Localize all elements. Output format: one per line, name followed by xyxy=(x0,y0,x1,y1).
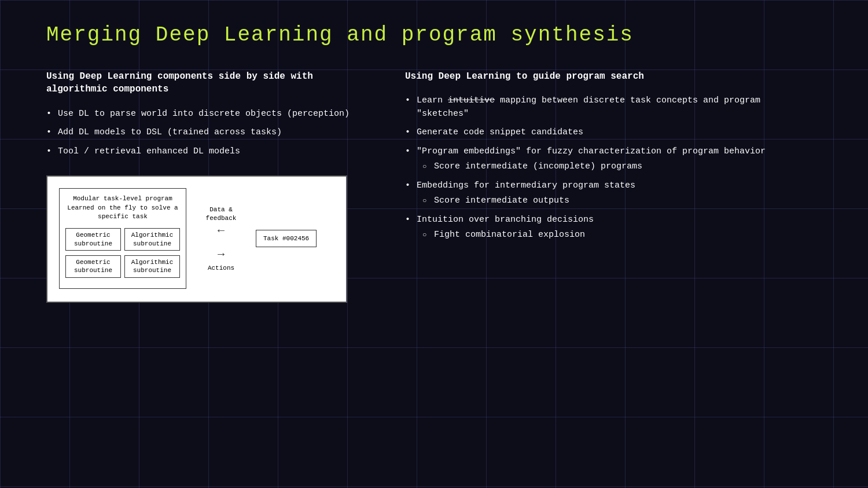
right-sub-list-1: Score intermediate (incomplete) programs xyxy=(422,160,810,174)
two-column-layout: Using Deep Learning components side by s… xyxy=(46,70,833,303)
diagram-middle: Data &feedback ← → Actions xyxy=(192,206,250,272)
diagram-row1: Geometricsubroutine Algorithmicsubroutin… xyxy=(65,228,180,251)
diagram-geo-2: Geometricsubroutine xyxy=(65,255,121,278)
left-bullet-2: Add DL models to DSL (trained across tas… xyxy=(46,126,370,140)
left-bullet-1: Use DL to parse world into discrete obje… xyxy=(46,108,370,121)
left-column: Using Deep Learning components side by s… xyxy=(46,70,370,303)
right-column: Using Deep Learning to guide program sea… xyxy=(405,70,810,303)
diagram-program-box: Modular task-level programLearned on the… xyxy=(59,188,186,288)
left-bullet-3: Tool / retrieval enhanced DL models xyxy=(46,145,370,159)
right-bullet-3: "Program embeddings" for fuzzy character… xyxy=(405,145,810,174)
right-sub-1a: Score intermediate (incomplete) programs xyxy=(422,160,810,174)
diagram-algo-2: Algorithmicsubroutine xyxy=(124,255,180,278)
left-heading: Using Deep Learning components side by s… xyxy=(46,70,370,96)
diagram-task-box: Task #002456 xyxy=(256,230,317,247)
right-bullet-2: Generate code snippet candidates xyxy=(405,126,810,140)
diagram-container: Modular task-level programLearned on the… xyxy=(46,175,347,303)
right-sub-list-2: Score intermediate outputs xyxy=(422,195,810,208)
right-bullet-5: Intuition over branching decisions Fight… xyxy=(405,214,810,242)
diagram-program-title: Modular task-level programLearned on the… xyxy=(65,195,180,221)
data-feedback-label: Data &feedback xyxy=(206,206,237,223)
right-bullet-1: Learn intuitive mapping between discrete… xyxy=(405,94,810,120)
diagram-geo-1: Geometricsubroutine xyxy=(65,228,121,251)
left-bullet-list: Use DL to parse world into discrete obje… xyxy=(46,108,370,159)
right-sub-3a: Fight combinatorial explosion xyxy=(422,229,810,242)
diagram-row2: Geometricsubroutine Algorithmicsubroutin… xyxy=(65,255,180,278)
right-heading: Using Deep Learning to guide program sea… xyxy=(405,70,810,83)
strikethrough-word: intuitive xyxy=(448,96,495,105)
right-bullet-list: Learn intuitive mapping between discrete… xyxy=(405,94,810,242)
slide-title: Merging Deep Learning and program synthe… xyxy=(46,23,833,47)
right-bullet-4: Embeddings for intermediary program stat… xyxy=(405,179,810,208)
actions-label: Actions xyxy=(208,265,234,271)
diagram-inner: Modular task-level programLearned on the… xyxy=(59,188,334,288)
diagram-algo-1: Algorithmicsubroutine xyxy=(124,228,180,251)
right-sub-2a: Score intermediate outputs xyxy=(422,195,810,208)
slide-content: Merging Deep Learning and program synthe… xyxy=(0,0,868,488)
right-sub-list-3: Fight combinatorial explosion xyxy=(422,229,810,242)
